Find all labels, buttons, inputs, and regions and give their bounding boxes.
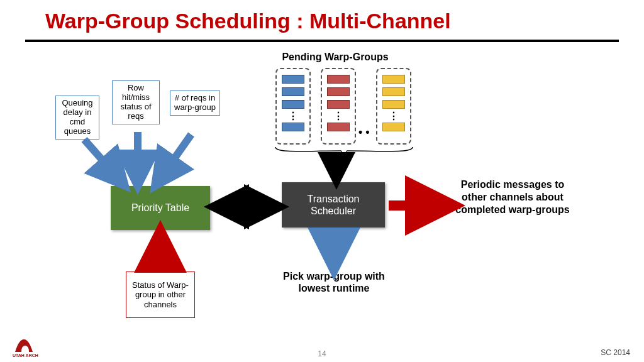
arrow-icon [151,233,170,272]
ellipsis-icon: • • [358,126,370,139]
svg-line-0 [84,140,121,181]
queue-item [327,87,350,96]
queue-item [382,75,405,84]
utah-arch-logo: UTAH ARCH [10,336,55,358]
arrow-icon [327,158,346,184]
queue-item [282,75,304,84]
queue-3: ⋮ [376,68,411,145]
ellipsis-icon: ⋮ [288,112,298,121]
queue-item [282,123,304,131]
conference-label: SC 2014 [601,348,630,357]
queue-2: ⋮ [321,68,356,145]
arrow-icon [325,229,343,269]
periodic-messages-label: Periodic messages to other channels abou… [455,178,570,216]
brace-icon [274,146,414,160]
double-arrow-icon [211,197,282,216]
input-num-reqs: # of reqs in warp-group [170,90,220,116]
slide-title: Warp-Group Scheduling : Multi-Channel [0,0,644,40]
queue-item [327,100,350,109]
queue-item [382,87,405,96]
transaction-scheduler-box: Transaction Scheduler [282,182,385,228]
status-box: Status of Warp-group in other channels [126,272,195,318]
pending-warpgroups-label: Pending Warp-Groups [266,52,404,63]
queue-item [382,100,405,109]
queue-item [327,75,350,84]
title-rule [25,40,619,42]
svg-line-2 [158,134,191,181]
arrow-icon [128,131,147,186]
arrow-icon [152,133,203,186]
ellipsis-icon: ⋮ [389,112,399,121]
queue-item [282,100,304,109]
pick-warpgroup-label: Pick warp-group with lowest runtime [282,270,386,294]
queue-item [282,87,304,96]
input-queuing-delay: Queuing delay in cmd queues [55,96,99,140]
queue-1: ⋮ [275,68,311,145]
queue-item [382,123,405,131]
page-number: 14 [0,349,644,358]
queue-item [327,123,350,131]
arrow-icon [80,137,131,187]
ellipsis-icon: ⋮ [333,112,343,121]
svg-text:UTAH ARCH: UTAH ARCH [13,353,38,358]
input-row-hitmiss: Row hit/miss status of reqs [112,80,160,124]
arrow-icon [387,196,453,215]
transaction-scheduler-label: Transaction Scheduler [308,193,360,217]
priority-table-box: Priority Table [111,186,210,230]
